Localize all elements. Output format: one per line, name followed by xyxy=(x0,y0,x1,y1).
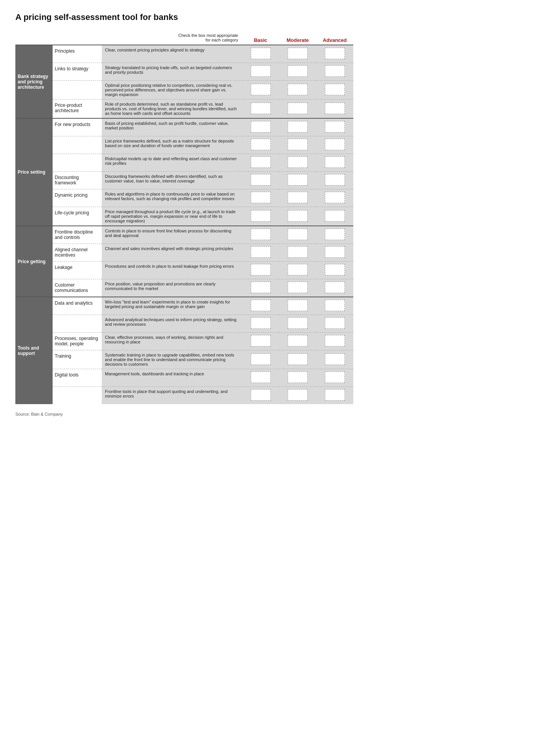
checkbox-basic[interactable] xyxy=(242,154,279,172)
checkbox-basic[interactable] xyxy=(242,315,279,333)
checkbox-moderate[interactable] xyxy=(279,369,316,387)
checkbox-box[interactable] xyxy=(288,389,308,401)
checkbox-moderate[interactable] xyxy=(279,350,316,369)
checkbox-box[interactable] xyxy=(288,139,308,150)
checkbox-advanced[interactable] xyxy=(316,207,353,226)
checkbox-box[interactable] xyxy=(325,353,345,365)
checkbox-box[interactable] xyxy=(251,103,271,114)
checkbox-advanced[interactable] xyxy=(316,262,353,279)
checkbox-moderate[interactable] xyxy=(279,262,316,279)
checkbox-box[interactable] xyxy=(288,282,308,293)
checkbox-advanced[interactable] xyxy=(316,244,353,262)
checkbox-basic[interactable] xyxy=(242,189,279,207)
checkbox-advanced[interactable] xyxy=(316,315,353,333)
checkbox-box[interactable] xyxy=(288,192,308,203)
checkbox-box[interactable] xyxy=(251,84,271,95)
checkbox-moderate[interactable] xyxy=(279,333,316,350)
checkbox-advanced[interactable] xyxy=(316,81,353,99)
checkbox-box[interactable] xyxy=(288,156,308,168)
checkbox-advanced[interactable] xyxy=(316,350,353,369)
checkbox-box[interactable] xyxy=(325,121,345,133)
checkbox-basic[interactable] xyxy=(242,279,279,297)
checkbox-basic[interactable] xyxy=(242,99,279,118)
checkbox-box[interactable] xyxy=(251,264,271,275)
checkbox-box[interactable] xyxy=(325,282,345,293)
checkbox-box[interactable] xyxy=(288,353,308,365)
checkbox-box[interactable] xyxy=(325,103,345,114)
checkbox-box[interactable] xyxy=(251,371,271,383)
checkbox-basic[interactable] xyxy=(242,207,279,226)
checkbox-box[interactable] xyxy=(325,229,345,240)
checkbox-box[interactable] xyxy=(288,300,308,311)
checkbox-advanced[interactable] xyxy=(316,154,353,172)
checkbox-moderate[interactable] xyxy=(279,99,316,118)
checkbox-box[interactable] xyxy=(325,174,345,186)
checkbox-moderate[interactable] xyxy=(279,387,316,404)
checkbox-moderate[interactable] xyxy=(279,154,316,172)
checkbox-basic[interactable] xyxy=(242,350,279,369)
checkbox-basic[interactable] xyxy=(242,387,279,404)
checkbox-basic[interactable] xyxy=(242,244,279,262)
checkbox-box[interactable] xyxy=(325,335,345,346)
checkbox-basic[interactable] xyxy=(242,45,279,63)
checkbox-advanced[interactable] xyxy=(316,118,353,136)
checkbox-box[interactable] xyxy=(288,371,308,383)
checkbox-box[interactable] xyxy=(251,48,271,59)
checkbox-box[interactable] xyxy=(251,174,271,186)
checkbox-moderate[interactable] xyxy=(279,279,316,297)
checkbox-box[interactable] xyxy=(288,65,308,77)
checkbox-box[interactable] xyxy=(251,335,271,346)
checkbox-box[interactable] xyxy=(325,139,345,150)
checkbox-box[interactable] xyxy=(325,156,345,168)
checkbox-box[interactable] xyxy=(325,48,345,59)
checkbox-moderate[interactable] xyxy=(279,207,316,226)
checkbox-advanced[interactable] xyxy=(316,99,353,118)
checkbox-box[interactable] xyxy=(251,282,271,293)
checkbox-basic[interactable] xyxy=(242,63,279,81)
checkbox-box[interactable] xyxy=(288,210,308,222)
checkbox-advanced[interactable] xyxy=(316,45,353,63)
checkbox-box[interactable] xyxy=(251,246,271,258)
checkbox-box[interactable] xyxy=(288,84,308,95)
checkbox-box[interactable] xyxy=(251,156,271,168)
checkbox-basic[interactable] xyxy=(242,81,279,99)
checkbox-basic[interactable] xyxy=(242,262,279,279)
checkbox-box[interactable] xyxy=(288,103,308,114)
checkbox-advanced[interactable] xyxy=(316,172,353,189)
checkbox-box[interactable] xyxy=(288,229,308,240)
checkbox-basic[interactable] xyxy=(242,297,279,315)
checkbox-box[interactable] xyxy=(251,192,271,203)
checkbox-box[interactable] xyxy=(251,300,271,311)
checkbox-advanced[interactable] xyxy=(316,63,353,81)
checkbox-advanced[interactable] xyxy=(316,136,353,154)
checkbox-box[interactable] xyxy=(325,246,345,258)
checkbox-box[interactable] xyxy=(325,389,345,401)
checkbox-basic[interactable] xyxy=(242,136,279,154)
checkbox-box[interactable] xyxy=(288,264,308,275)
checkbox-box[interactable] xyxy=(325,84,345,95)
checkbox-box[interactable] xyxy=(325,192,345,203)
checkbox-box[interactable] xyxy=(325,210,345,222)
checkbox-box[interactable] xyxy=(251,121,271,133)
checkbox-moderate[interactable] xyxy=(279,315,316,333)
checkbox-box[interactable] xyxy=(251,353,271,365)
checkbox-moderate[interactable] xyxy=(279,244,316,262)
checkbox-moderate[interactable] xyxy=(279,297,316,315)
checkbox-box[interactable] xyxy=(325,264,345,275)
checkbox-moderate[interactable] xyxy=(279,226,316,244)
checkbox-box[interactable] xyxy=(251,317,271,329)
checkbox-box[interactable] xyxy=(325,371,345,383)
checkbox-advanced[interactable] xyxy=(316,369,353,387)
checkbox-box[interactable] xyxy=(325,300,345,311)
checkbox-box[interactable] xyxy=(325,317,345,329)
checkbox-advanced[interactable] xyxy=(316,333,353,350)
checkbox-box[interactable] xyxy=(288,246,308,258)
checkbox-advanced[interactable] xyxy=(316,189,353,207)
checkbox-advanced[interactable] xyxy=(316,387,353,404)
checkbox-box[interactable] xyxy=(288,48,308,59)
checkbox-box[interactable] xyxy=(288,317,308,329)
checkbox-box[interactable] xyxy=(251,139,271,150)
checkbox-moderate[interactable] xyxy=(279,63,316,81)
checkbox-advanced[interactable] xyxy=(316,297,353,315)
checkbox-moderate[interactable] xyxy=(279,172,316,189)
